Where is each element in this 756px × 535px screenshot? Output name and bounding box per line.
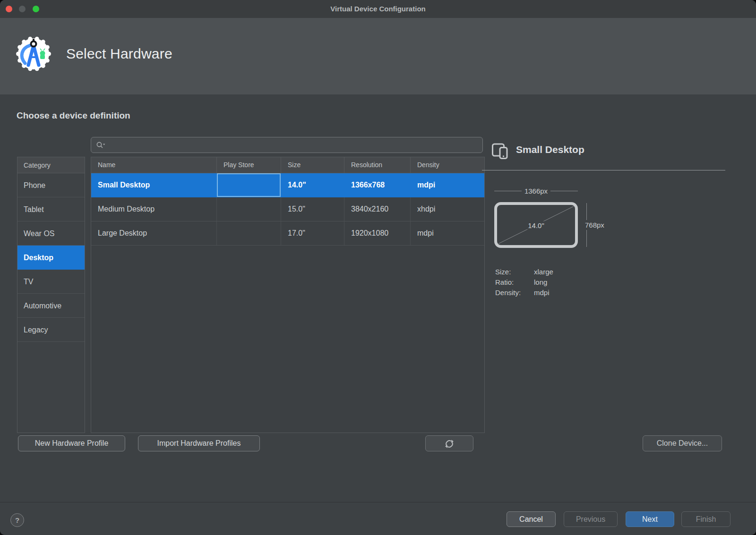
new-hardware-profile-button[interactable]: New Hardware Profile (18, 435, 125, 451)
cell-name: Large Desktop (91, 221, 217, 245)
category-item-tv[interactable]: TV (17, 270, 85, 294)
table-row-large-desktop[interactable]: Large Desktop 17.0" 1920x1080 mdpi (91, 221, 484, 246)
android-studio-logo-icon (16, 36, 52, 72)
column-header-density[interactable]: Density (411, 157, 484, 173)
device-search-input[interactable] (109, 141, 478, 149)
window-title: Virtual Device Configuration (0, 0, 756, 18)
finish-button[interactable]: Finish (681, 511, 730, 527)
next-button[interactable]: Next (626, 511, 674, 527)
cell-play-store-focused[interactable] (217, 173, 281, 197)
cell-play-store (217, 221, 281, 245)
category-item-desktop[interactable]: Desktop (17, 246, 85, 270)
table-row-medium-desktop[interactable]: Medium Desktop 15.0" 3840x2160 xhdpi (91, 197, 484, 221)
previous-button[interactable]: Previous (564, 511, 618, 527)
screen-width-dimension: 1366px (494, 187, 578, 195)
category-item-legacy[interactable]: Legacy (17, 318, 85, 342)
page-title: Select Hardware (66, 46, 172, 62)
screen-height-dimension: 768px (585, 203, 604, 247)
column-header-name[interactable]: Name (91, 157, 217, 173)
column-header-resolution[interactable]: Resolution (344, 157, 411, 173)
category-column-header: Category (17, 157, 85, 173)
device-search-field[interactable] (91, 137, 483, 153)
cell-resolution: 1920x1080 (344, 221, 411, 245)
content-area: Choose a device definition Category Phon… (0, 94, 756, 502)
sync-icon (445, 439, 454, 449)
cell-resolution: 1366x768 (344, 173, 411, 197)
titlebar: Virtual Device Configuration (0, 0, 756, 18)
refresh-button[interactable] (425, 435, 473, 451)
category-item-automotive[interactable]: Automotive (17, 294, 85, 318)
spec-size: Size:xlarge (495, 267, 553, 277)
search-icon (96, 141, 105, 149)
category-item-tablet[interactable]: Tablet (17, 197, 85, 221)
import-hardware-profiles-button[interactable]: Import Hardware Profiles (138, 435, 260, 451)
column-header-play-store[interactable]: Play Store (217, 157, 281, 173)
cell-density: xhdpi (411, 197, 484, 221)
device-table: Name Play Store Size Resolution Density … (91, 157, 485, 433)
help-icon[interactable]: ? (10, 513, 24, 527)
cell-name: Medium Desktop (91, 197, 217, 221)
cell-density: mdpi (411, 221, 484, 245)
wizard-footer: ? Cancel Previous Next Finish (0, 502, 756, 535)
clone-device-button[interactable]: Clone Device... (643, 435, 722, 451)
screen-width-label: 1366px (522, 187, 550, 195)
device-table-header: Name Play Store Size Resolution Density (91, 157, 484, 173)
screen-diagram: 14.0" (494, 202, 578, 248)
column-header-size[interactable]: Size (281, 157, 344, 173)
cell-size: 14.0" (281, 173, 344, 197)
cell-play-store (217, 197, 281, 221)
screen-diagonal-label: 14.0" (525, 221, 547, 229)
cell-size: 17.0" (281, 221, 344, 245)
cancel-button[interactable]: Cancel (507, 511, 556, 527)
category-item-wear-os[interactable]: Wear OS (17, 221, 85, 246)
cell-resolution: 3840x2160 (344, 197, 411, 221)
detail-device-title: Small Desktop (516, 144, 584, 155)
virtual-device-configuration-window: Virtual Device Configuration (0, 0, 756, 535)
spec-ratio: Ratio:long (495, 277, 553, 288)
spec-density: Density:mdpi (495, 288, 553, 298)
devices-icon (491, 143, 509, 160)
screen-height-label: 768px (585, 220, 604, 230)
device-specs: Size:xlarge Ratio:long Density:mdpi (495, 267, 553, 298)
section-title: Choose a device definition (17, 110, 130, 121)
cell-size: 15.0" (281, 197, 344, 221)
wizard-header: Select Hardware (0, 18, 756, 94)
category-panel: Category Phone Tablet Wear OS Desktop TV… (17, 157, 85, 433)
cell-density: mdpi (411, 173, 484, 197)
category-item-phone[interactable]: Phone (17, 173, 85, 197)
cell-name: Small Desktop (91, 173, 217, 197)
table-row-small-desktop[interactable]: Small Desktop 14.0" 1366x768 mdpi (91, 173, 484, 197)
detail-divider (482, 170, 725, 170)
